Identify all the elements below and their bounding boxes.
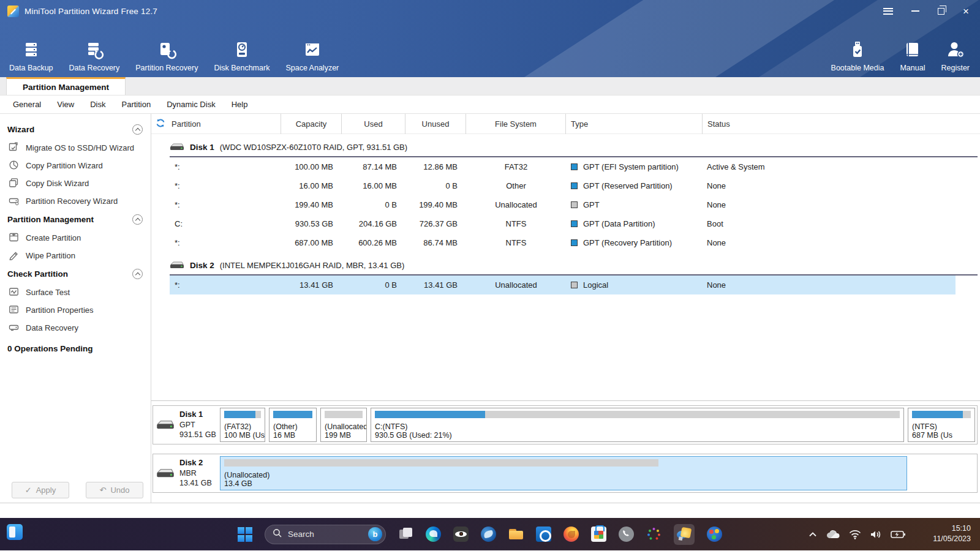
sidebar-section-partition-management[interactable]: Partition Management	[0, 210, 151, 229]
menu-icon[interactable]	[883, 8, 893, 15]
chevron-up-icon[interactable]	[132, 269, 143, 279]
surface-test-icon	[9, 287, 19, 299]
sidebar-section-check-partition[interactable]: Check Partition	[0, 264, 151, 283]
menu-partition[interactable]: Partition	[113, 100, 159, 109]
partition-row[interactable]: *: 199.40 MB 0 B 199.40 MB Unallocated G…	[151, 195, 980, 214]
space-analyzer-button[interactable]: Space Analyzer	[277, 40, 347, 72]
partition-row[interactable]: C: 930.53 GB 204.16 GB 726.37 GB NTFS GP…	[151, 214, 980, 233]
whatsapp-icon[interactable]	[619, 527, 634, 542]
microsoft-store-icon[interactable]	[591, 527, 606, 542]
partition-row[interactable]: *: 100.00 MB 87.14 MB 12.86 MB FAT32 GPT…	[151, 157, 980, 176]
manual-button[interactable]: Manual	[892, 40, 933, 72]
data-backup-button[interactable]: Data Backup	[1, 40, 61, 72]
copy-disk-icon	[9, 178, 19, 190]
volume-icon[interactable]	[870, 530, 882, 539]
menu-general[interactable]: General	[5, 100, 49, 109]
column-file-system[interactable]: File System	[466, 114, 566, 134]
screen: MiniTool Partition Wizard Free 12.7 × Da…	[0, 0, 980, 551]
restore-icon[interactable]	[938, 8, 944, 15]
partition-row-selected[interactable]: *: 13.41 GB 0 B 13.41 GB Unallocated Log…	[151, 276, 980, 294]
titlebar: MiniTool Partition Wizard Free 12.7 ×	[0, 0, 980, 22]
close-icon[interactable]: ×	[963, 6, 969, 17]
sidebar-section-wizard[interactable]: Wizard	[0, 120, 151, 139]
data-backup-icon	[21, 40, 41, 59]
window-title: MiniTool Partition Wizard Free 12.7	[24, 7, 157, 16]
data-recovery-icon	[85, 40, 104, 59]
disk1-block-fat32[interactable]: (FAT32) 100 MB (Us	[220, 408, 265, 442]
disk1-block-recovery-ntfs[interactable]: (NTFS) 687 MB (Us	[908, 408, 975, 442]
battery-icon[interactable]	[891, 530, 905, 539]
partition-type-square	[571, 239, 578, 246]
menu-dynamic-disk[interactable]: Dynamic Disk	[159, 100, 223, 109]
partition-row[interactable]: *: 16.00 MB 16.00 MB 0 B Other GPT (Rese…	[151, 176, 980, 195]
thunderbird-icon[interactable]	[481, 527, 496, 542]
bing-icon[interactable]: b	[368, 527, 382, 541]
sidebar-item-surface-test[interactable]: Surface Test	[0, 283, 151, 301]
column-unused[interactable]: Unused	[405, 114, 466, 134]
menu-help[interactable]: Help	[224, 100, 256, 109]
disk2-block-unallocated[interactable]: (Unallocated) 13.4 GB	[220, 456, 907, 490]
sidebar-item-copy-partition-wizard[interactable]: Copy Partition Wizard	[0, 157, 151, 174]
column-used[interactable]: Used	[342, 114, 405, 134]
eye-viewer-icon[interactable]	[453, 527, 469, 542]
data-recovery-button[interactable]: Data Recovery	[61, 40, 128, 72]
sidebar-item-wipe-partition[interactable]: Wipe Partition	[0, 247, 151, 264]
column-partition[interactable]: Partition	[151, 114, 281, 134]
search-placeholder: Search	[288, 530, 363, 539]
disk1-map-label[interactable]: Disk 1 GPT 931.51 GB	[154, 407, 219, 443]
drive-recovery-icon	[9, 195, 19, 208]
disk-benchmark-button[interactable]: Disk Benchmark	[206, 40, 277, 72]
register-button[interactable]: Register	[933, 40, 978, 72]
undo-button[interactable]: ↶ Undo	[86, 482, 143, 498]
sidebar-item-data-recovery[interactable]: Data Recovery	[0, 319, 151, 337]
taskbar-center: Search b	[238, 524, 722, 545]
refresh-icon[interactable]	[156, 118, 165, 130]
apply-button[interactable]: ✓ Apply	[12, 482, 69, 498]
partition-row[interactable]: *: 687.00 MB 600.26 MB 86.74 MB NTFS GPT…	[151, 233, 980, 252]
paint-palette-icon[interactable]	[707, 527, 722, 542]
file-explorer-icon[interactable]	[508, 527, 524, 542]
firefox-icon[interactable]	[564, 527, 579, 542]
search-input[interactable]: Search b	[265, 525, 386, 544]
disk1-block-c-ntfs[interactable]: C:(NTFS) 930.5 GB (Used: 21%)	[371, 408, 904, 442]
sidebar-item-partition-recovery-wizard[interactable]: Partition Recovery Wizard	[0, 192, 151, 210]
menu-view[interactable]: View	[49, 100, 82, 109]
color-dots-icon[interactable]	[646, 527, 662, 542]
task-view-icon[interactable]	[398, 527, 413, 542]
widgets-icon[interactable]	[7, 524, 23, 540]
disk1-block-other[interactable]: (Other) 16 MB	[269, 408, 317, 442]
sidebar-item-migrate-os[interactable]: Migrate OS to SSD/HD Wizard	[0, 139, 151, 157]
minitool-taskbar-highlight[interactable]	[674, 524, 695, 545]
chevron-up-tray-icon[interactable]	[809, 531, 817, 538]
onedrive-icon[interactable]	[826, 530, 840, 539]
partition-recovery-button[interactable]: Partition Recovery	[127, 40, 206, 72]
app-header: MiniTool Partition Wizard Free 12.7 × Da…	[0, 0, 980, 77]
sidebar-item-copy-disk-wizard[interactable]: Copy Disk Wizard	[0, 174, 151, 192]
minimize-icon[interactable]	[911, 10, 919, 12]
wifi-icon[interactable]	[849, 530, 861, 539]
chevron-up-icon[interactable]	[132, 214, 143, 225]
disk2-group-row[interactable]: Disk 2 (INTEL MEMPEK1J016GAH RAID, MBR, …	[170, 252, 978, 276]
sidebar: Wizard Migrate OS to SSD/HD Wizard Copy …	[0, 114, 151, 503]
column-status[interactable]: Status	[703, 114, 980, 134]
disk2-map-label[interactable]: Disk 2 MBR 13.41 GB	[154, 455, 219, 491]
bootable-media-icon	[848, 40, 867, 59]
disk-drive-icon	[156, 468, 175, 479]
taskbar-clock[interactable]: 15:10 11/05/2023	[933, 523, 971, 544]
disk1-block-unallocated[interactable]: (Unallocated 199 MB	[320, 408, 367, 442]
menu-disk[interactable]: Disk	[82, 100, 113, 109]
edge-icon[interactable]	[426, 527, 441, 542]
register-icon	[946, 40, 965, 59]
disk1-group-row[interactable]: Disk 1 (WDC WD10SPZX-60Z10T0 RAID, GPT, …	[170, 134, 978, 157]
start-icon[interactable]	[238, 527, 252, 542]
column-capacity[interactable]: Capacity	[281, 114, 342, 134]
chevron-up-icon[interactable]	[132, 124, 143, 135]
tab-partition-management[interactable]: Partition Management	[6, 77, 126, 95]
partition-table: Partition Capacity Used Unused File Syst…	[151, 114, 980, 503]
usage-bar	[375, 411, 900, 418]
column-type[interactable]: Type	[566, 114, 703, 134]
outlook-icon[interactable]	[536, 527, 551, 542]
sidebar-item-create-partition[interactable]: Create Partition	[0, 229, 151, 247]
sidebar-item-partition-properties[interactable]: Partition Properties	[0, 301, 151, 319]
bootable-media-button[interactable]: Bootable Media	[823, 40, 892, 72]
